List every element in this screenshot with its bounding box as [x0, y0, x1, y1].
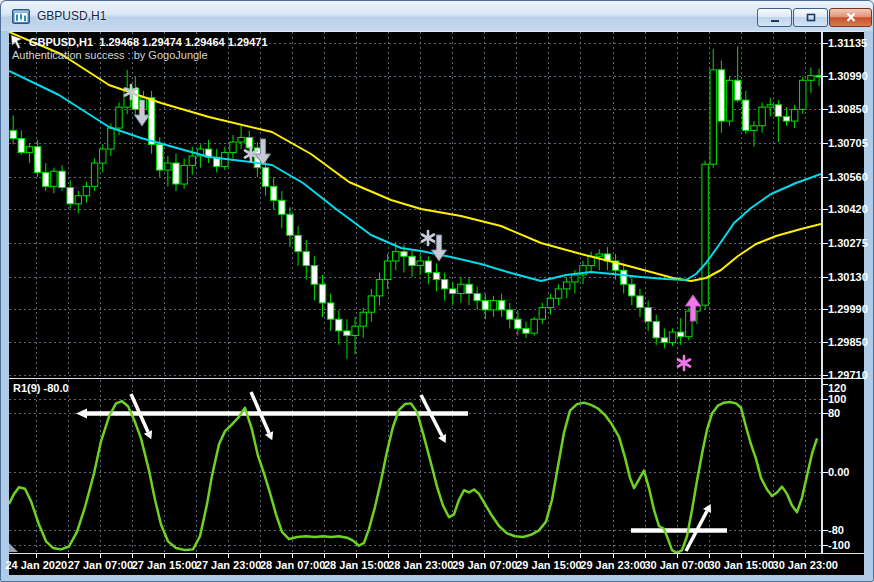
- time-tick-label: 29 Jan 23:00: [580, 559, 645, 571]
- time-tick-label: 24 Jan 2020: [5, 559, 67, 571]
- minimize-icon: [769, 13, 781, 23]
- candle-body: [621, 270, 627, 284]
- chart-icon: [12, 9, 30, 24]
- candle-body: [596, 254, 602, 256]
- candle-body: [417, 261, 423, 266]
- candle-body: [507, 310, 513, 319]
- candle-body: [433, 273, 439, 280]
- sell-signal-arrow: [431, 235, 446, 261]
- candle-body: [148, 98, 154, 145]
- candle-body: [629, 284, 635, 296]
- indicator-pane[interactable]: [9, 380, 821, 554]
- candle-body: [637, 296, 643, 308]
- buy-signal-asterisk: [678, 356, 690, 370]
- chart-client-area[interactable]: GBPUSD,H1 1.29468 1.29474 1.29464 1.2947…: [9, 31, 864, 575]
- candle-body: [230, 142, 236, 152]
- price-axis[interactable]: 1.311351.309901.308501.307051.305601.304…: [823, 32, 864, 554]
- candle-body: [409, 256, 415, 265]
- price-tick-label: 1.29990: [828, 303, 868, 315]
- main-chart-pane[interactable]: [9, 32, 821, 377]
- candle-body: [279, 200, 285, 214]
- candle-body: [775, 105, 781, 117]
- time-tick-label: 28 Jan 07:00: [260, 559, 325, 571]
- price-tick-label: 1.30275: [828, 237, 868, 249]
- candle-body: [726, 80, 732, 121]
- candle-body: [783, 116, 789, 121]
- candle-body: [376, 280, 382, 296]
- candle-body: [474, 294, 480, 301]
- candle-body: [669, 332, 675, 342]
- candle-body: [295, 235, 301, 251]
- candle-body: [718, 70, 724, 121]
- candle-body: [466, 284, 472, 293]
- candle-body: [751, 126, 757, 131]
- candle-body: [100, 149, 106, 163]
- candle-body: [238, 137, 244, 142]
- indicator-tick-label: -80: [828, 524, 844, 536]
- candle-body: [791, 109, 797, 121]
- candle-body: [677, 332, 683, 337]
- auth-info-label: Authentication success : by GogoJungle: [12, 49, 208, 61]
- candle-body: [303, 252, 309, 266]
- candle-body: [547, 298, 553, 307]
- time-tick-label: 27 Jan 07:00: [68, 559, 133, 571]
- candle-body: [368, 296, 374, 312]
- close-button[interactable]: [829, 8, 872, 27]
- candle-body: [743, 100, 749, 130]
- indicator-tick-label: 80: [828, 407, 840, 419]
- price-tick-label: 1.30130: [828, 271, 868, 283]
- time-tick-label: 27 Jan 23:00: [196, 559, 261, 571]
- candle-body: [539, 308, 545, 320]
- mt4-chart-window: GBPUSD,H1 GBPUSD,H1 1.29468 1.29474 1.29…: [0, 0, 874, 582]
- candle-body: [67, 188, 73, 204]
- close-icon: [845, 12, 857, 23]
- candle-body: [165, 163, 171, 170]
- candle-body: [83, 186, 89, 195]
- candle-body: [523, 329, 529, 334]
- candle-body: [287, 214, 293, 235]
- candle-body: [108, 128, 114, 149]
- candle-body: [515, 319, 521, 328]
- price-tick-label: 1.30990: [828, 70, 868, 82]
- time-tick-label: 28 Jan 23:00: [388, 559, 453, 571]
- restore-icon: [805, 12, 817, 23]
- indicator-tick-label: 100: [828, 393, 846, 405]
- restore-button[interactable]: [793, 8, 828, 27]
- candle-body: [384, 261, 390, 280]
- main-chart-canvas[interactable]: [9, 32, 821, 377]
- candle-body: [816, 76, 821, 77]
- candle-body: [482, 301, 488, 310]
- time-axis[interactable]: 24 Jan 202027 Jan 07:0027 Jan 15:0027 Ja…: [9, 554, 821, 576]
- candle-body: [344, 331, 350, 336]
- time-tick-label: 28 Jan 15:00: [324, 559, 389, 571]
- window-title: GBPUSD,H1: [37, 9, 106, 23]
- time-tick-label: 30 Jan 15:00: [708, 559, 773, 571]
- candle-body: [441, 280, 447, 289]
- level-line-arrowhead: [76, 409, 87, 419]
- minimize-button[interactable]: [757, 8, 792, 27]
- candle-body: [352, 326, 358, 335]
- window-controls: [757, 8, 872, 27]
- candle-body: [75, 196, 81, 204]
- candle-body: [498, 301, 504, 310]
- price-tick-label: 1.30420: [828, 203, 868, 215]
- indicator-canvas[interactable]: [9, 380, 821, 554]
- candle-body: [327, 303, 333, 319]
- candle-body: [262, 168, 268, 187]
- price-tick-label: 1.30560: [828, 171, 868, 183]
- price-tick-label: 1.30850: [828, 103, 868, 115]
- candle-body: [189, 156, 195, 165]
- candle-body: [767, 105, 773, 107]
- candle-body: [759, 107, 765, 126]
- candle-body: [393, 252, 399, 261]
- candle-body: [319, 284, 325, 303]
- price-tick-label: 1.29850: [828, 336, 868, 348]
- title-bar[interactable]: GBPUSD,H1: [1, 1, 874, 31]
- candle-body: [157, 144, 163, 170]
- candle-body: [59, 171, 65, 187]
- candle-body: [653, 322, 659, 338]
- candle-body: [173, 163, 179, 184]
- time-tick-label: 30 Jan 23:00: [773, 559, 838, 571]
- symbol-ohlc-label: GBPUSD,H1 1.29468 1.29474 1.29464 1.2947…: [29, 36, 268, 48]
- candle-body: [91, 163, 97, 186]
